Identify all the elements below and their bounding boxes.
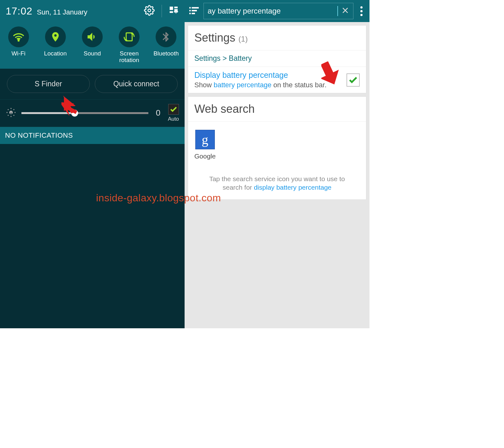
clear-search-icon[interactable]	[341, 6, 349, 16]
svg-rect-2	[174, 7, 178, 8]
slider-thumb[interactable]	[71, 110, 78, 117]
toggle-bluetooth[interactable]: Bluetooth	[149, 26, 183, 64]
status-header: 17:02 Sun, 11 January	[0, 0, 185, 22]
divider	[162, 5, 162, 17]
google-icon: g	[195, 130, 215, 149]
brightness-auto-icon: A	[6, 107, 16, 119]
web-search-tip: Tap the search service icon you want to …	[188, 168, 366, 199]
auto-brightness-checkbox[interactable]	[168, 104, 179, 115]
search-input[interactable]: ay battery percentage	[203, 3, 353, 19]
result-description: Show battery percentage on the status ba…	[194, 81, 342, 89]
svg-rect-12	[192, 10, 197, 12]
sound-icon	[86, 31, 99, 43]
quick-toggles-row: Wi-Fi Location Sound Screen rotation	[0, 22, 185, 69]
google-search-option[interactable]: g Google	[194, 130, 216, 160]
bluetooth-icon	[160, 31, 172, 43]
clock-time: 17:02	[6, 5, 32, 17]
svg-rect-1	[170, 7, 173, 10]
toggle-screen-rotation[interactable]: Screen rotation	[112, 26, 146, 64]
web-search-card: Web search g Google Tap the search servi…	[188, 96, 366, 200]
text-cursor	[337, 6, 338, 16]
tile-grid-icon[interactable]	[169, 5, 179, 17]
clock-date: Sun, 11 January	[37, 8, 87, 16]
sfinder-panel: ay battery percentage Settings (1) Setti…	[185, 0, 369, 328]
web-search-title: Web search	[188, 97, 366, 122]
search-header: ay battery percentage	[185, 0, 369, 22]
notification-area	[0, 144, 185, 328]
s-finder-button[interactable]: S Finder	[7, 75, 90, 93]
svg-point-0	[148, 9, 151, 12]
toggle-location[interactable]: Location	[38, 26, 73, 64]
filter-list-icon[interactable]	[188, 5, 200, 17]
toggle-rotation-label: Screen rotation	[112, 50, 146, 64]
notification-shade: 17:02 Sun, 11 January Wi-Fi	[0, 0, 185, 328]
wifi-icon	[12, 31, 25, 43]
settings-breadcrumb: Settings > Battery	[188, 50, 366, 66]
svg-rect-10	[192, 7, 199, 9]
screen-rotation-icon	[123, 31, 135, 43]
settings-result-count: (1)	[238, 35, 248, 43]
toggle-sound[interactable]: Sound	[75, 26, 110, 64]
brightness-value: 0	[153, 108, 163, 118]
svg-rect-9	[189, 7, 191, 9]
svg-rect-11	[189, 10, 191, 12]
settings-title-text: Settings	[194, 31, 235, 44]
settings-results-card: Settings (1) Settings > Battery Display …	[188, 25, 366, 93]
toggle-wifi[interactable]: Wi-Fi	[1, 26, 36, 64]
no-notifications-label: NO NOTIFICATIONS	[0, 127, 185, 144]
brightness-slider[interactable]	[21, 112, 148, 114]
svg-rect-4	[170, 11, 173, 13]
overflow-menu-icon[interactable]	[357, 6, 366, 16]
google-label: Google	[194, 152, 216, 160]
toggle-location-label: Location	[44, 50, 67, 57]
toggle-bluetooth-label: Bluetooth	[153, 50, 179, 57]
svg-rect-6	[126, 33, 132, 41]
toggle-wifi-label: Wi-Fi	[11, 50, 25, 57]
quick-connect-button[interactable]: Quick connect	[95, 75, 178, 93]
gear-icon[interactable]	[144, 5, 155, 17]
svg-rect-14	[192, 13, 195, 14]
result-title: Display battery percentage	[194, 71, 342, 80]
settings-card-title: Settings (1)	[188, 26, 366, 50]
toggle-sound-label: Sound	[83, 50, 101, 57]
auto-brightness-label: Auto	[168, 116, 179, 122]
result-checkbox[interactable]	[346, 73, 360, 87]
svg-text:A: A	[10, 111, 12, 115]
location-icon	[50, 31, 61, 43]
brightness-row: A 0 Auto	[0, 100, 185, 127]
svg-rect-13	[189, 13, 191, 14]
action-buttons-row: S Finder Quick connect	[0, 69, 185, 100]
search-query-text: ay battery percentage	[208, 7, 334, 15]
settings-result-item[interactable]: Display battery percentage Show battery …	[188, 66, 366, 93]
